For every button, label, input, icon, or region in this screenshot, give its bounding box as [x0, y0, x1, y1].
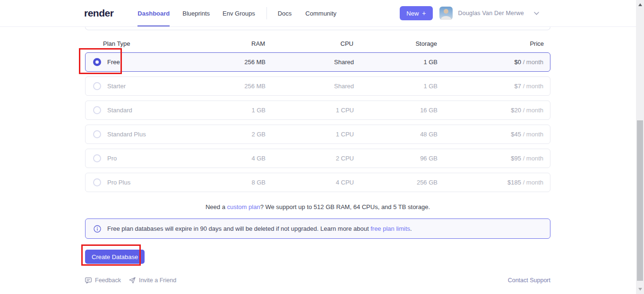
plan-name: Standard [107, 107, 132, 114]
table-row-starter[interactable]: Starter 256 MB Shared 1 GB $7 / month [85, 76, 550, 96]
cpu-value: Shared [266, 59, 354, 66]
feedback-button[interactable]: Feedback [85, 277, 121, 284]
price-period: / month [523, 179, 543, 186]
paper-plane-icon [129, 277, 136, 284]
nav-links: Docs Community [278, 10, 336, 17]
table-row-standard-plus[interactable]: Standard Plus 2 GB 1 CPU 48 GB $45 / mon… [85, 125, 550, 144]
price-value: $95 [511, 155, 521, 162]
header-storage: Storage [353, 40, 437, 47]
price-period: / month [523, 59, 543, 66]
nav-divider [266, 7, 267, 19]
ram-value: 1 GB [180, 107, 266, 114]
ram-value: 8 GB [180, 179, 266, 186]
page-footer: Feedback Invite a Friend Contact Support [85, 277, 550, 284]
cpu-value: 1 CPU [266, 131, 354, 138]
banner-post: . [410, 225, 412, 232]
tab-env-groups[interactable]: Env Groups [223, 0, 255, 26]
plan-name: Starter [107, 83, 126, 90]
annotation-box-create-database [81, 244, 141, 266]
price-value: $185 [507, 179, 521, 186]
nav-link-community[interactable]: Community [305, 10, 336, 17]
header-plan-type: Plan Type [85, 40, 180, 47]
radio-starter[interactable] [93, 82, 101, 90]
free-plan-banner: Free plan databases will expire in 90 da… [85, 218, 550, 239]
nav-tabs: Dashboard Blueprints Env Groups [137, 0, 255, 26]
price-value: $7 [515, 83, 521, 90]
cpu-value: 2 CPU [266, 155, 354, 162]
nav-right-group: New + Douglas Van Der Merwe [400, 6, 539, 20]
radio-pro[interactable] [93, 154, 101, 162]
header-cpu: CPU [265, 40, 353, 47]
cpu-value: 1 CPU [266, 107, 354, 114]
plan-name: Pro [107, 155, 117, 162]
user-name[interactable]: Douglas Van Der Merwe [458, 10, 524, 17]
top-nav: render Dashboard Blueprints Env Groups D… [0, 0, 636, 27]
plus-icon: + [422, 9, 426, 17]
custom-plan-note: Need a custom plan? We support up to 512… [85, 203, 550, 210]
header-ram: RAM [180, 40, 265, 47]
price-value: $20 [511, 107, 521, 114]
banner-text: Free plan databases will expire in 90 da… [107, 225, 412, 232]
plan-table-header: Plan Type RAM CPU Storage Price [85, 40, 550, 48]
plan-name: Pro Plus [107, 179, 130, 186]
chevron-down-icon[interactable] [534, 12, 539, 15]
scrolled-card-bottom [85, 27, 550, 30]
render-logo[interactable]: render [84, 8, 113, 19]
new-button-label: New [406, 10, 419, 17]
storage-value: 16 GB [354, 107, 438, 114]
new-button[interactable]: New + [400, 6, 432, 20]
table-row-pro[interactable]: Pro 4 GB 2 CPU 96 GB $95 / month [85, 149, 550, 168]
storage-value: 1 GB [354, 59, 438, 66]
price-period: / month [523, 155, 543, 162]
radio-standard[interactable] [93, 106, 101, 114]
price-value: $45 [511, 131, 521, 138]
ram-value: 4 GB [180, 155, 266, 162]
user-avatar[interactable] [439, 7, 453, 20]
scrollbar-thumb[interactable] [637, 120, 643, 281]
price-period: / month [523, 83, 543, 90]
main-content: Plan Type RAM CPU Storage Price Free 256… [85, 27, 550, 284]
custom-plan-post: ? We support up to 512 GB RAM, 64 CPUs, … [260, 203, 430, 210]
tab-blueprints[interactable]: Blueprints [182, 0, 210, 26]
ram-value: 256 MB [180, 59, 266, 66]
radio-pro-plus[interactable] [93, 178, 101, 186]
price-period: / month [523, 107, 543, 114]
price-period: / month [523, 131, 543, 138]
ram-value: 2 GB [180, 131, 266, 138]
table-row-standard[interactable]: Standard 1 GB 1 CPU 16 GB $20 / month [85, 101, 550, 120]
nav-link-docs[interactable]: Docs [278, 10, 292, 17]
table-row-free[interactable]: Free 256 MB Shared 1 GB $0 / month [85, 52, 550, 72]
header-price: Price [437, 40, 550, 47]
annotation-box-free-plan [79, 48, 122, 74]
scroll-up-arrow[interactable] [636, 1, 644, 8]
contact-support-link[interactable]: Contact Support [508, 277, 550, 284]
custom-plan-link[interactable]: custom plan [227, 203, 260, 210]
banner-pre: Free plan databases will expire in 90 da… [107, 225, 370, 232]
custom-plan-pre: Need a [206, 203, 227, 210]
cpu-value: 4 CPU [266, 179, 354, 186]
feedback-label: Feedback [95, 277, 121, 284]
table-row-pro-plus[interactable]: Pro Plus 8 GB 4 CPU 256 GB $185 / month [85, 173, 550, 192]
scroll-down-arrow[interactable] [636, 286, 644, 293]
radio-standard-plus[interactable] [93, 130, 101, 138]
info-icon [94, 225, 101, 233]
storage-value: 48 GB [354, 131, 438, 138]
invite-label: Invite a Friend [139, 277, 176, 284]
free-plan-limits-link[interactable]: free plan limits [370, 225, 410, 232]
plan-name: Standard Plus [107, 131, 146, 138]
cpu-value: Shared [266, 83, 354, 90]
storage-value: 1 GB [354, 83, 438, 90]
vertical-scrollbar[interactable] [636, 0, 644, 294]
feedback-icon [85, 277, 92, 284]
invite-a-friend-button[interactable]: Invite a Friend [129, 277, 176, 284]
storage-value: 96 GB [354, 155, 438, 162]
price-value: $0 [515, 59, 521, 66]
storage-value: 256 GB [354, 179, 438, 186]
ram-value: 256 MB [180, 83, 266, 90]
tab-dashboard[interactable]: Dashboard [137, 0, 170, 26]
